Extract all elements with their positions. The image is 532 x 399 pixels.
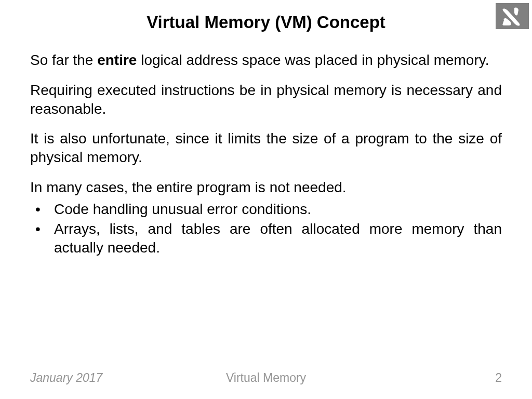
slide-footer: January 2017 Virtual Memory 2: [0, 371, 532, 387]
list-item: Arrays, lists, and tables are often allo…: [30, 220, 502, 257]
paragraph-3: It is also unfortunate, since it limits …: [30, 129, 502, 167]
slide: Virtual Memory (VM) Concept So far the e…: [0, 0, 532, 399]
paragraph-4: In many cases, the entire program is not…: [30, 178, 502, 197]
footer-page-number: 2: [495, 371, 502, 385]
slide-title: Virtual Memory (VM) Concept: [0, 12, 532, 32]
footer-topic: Virtual Memory: [0, 371, 532, 385]
slide-body: So far the entire logical address space …: [30, 51, 502, 258]
text-run: logical address space was placed in phys…: [137, 52, 489, 68]
bullet-list: Code handling unusual error conditions. …: [30, 200, 502, 257]
text-run: So far the: [30, 52, 97, 68]
text-bold: entire: [97, 52, 137, 68]
list-item: Code handling unusual error conditions.: [30, 200, 502, 219]
paragraph-1: So far the entire logical address space …: [30, 51, 502, 70]
paragraph-2: Requiring executed instructions be in ph…: [30, 81, 502, 118]
